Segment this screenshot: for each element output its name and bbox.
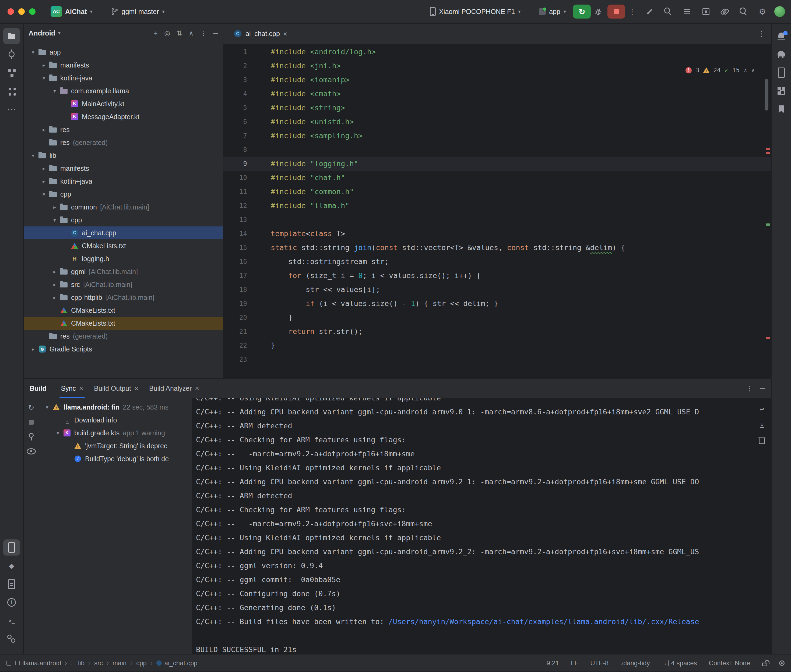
chevron-down-icon[interactable] bbox=[29, 49, 38, 55]
code-line[interactable]: 7#include <sampling.h> bbox=[223, 129, 771, 143]
encoding-indicator[interactable]: UTF-8 bbox=[590, 659, 608, 667]
tree-item[interactable]: manifests bbox=[24, 162, 223, 175]
line-number[interactable]: 22 bbox=[223, 339, 269, 352]
project-widget[interactable]: AC AiChat ▾ bbox=[47, 4, 96, 19]
line-number[interactable]: 16 bbox=[223, 254, 269, 269]
tree-item[interactable]: Gradle Scripts bbox=[24, 342, 223, 355]
code-line[interactable]: 19 if (i < values.size() - 1) { str << d… bbox=[223, 297, 771, 310]
code-text[interactable] bbox=[269, 352, 271, 366]
tree-item[interactable]: CMakeLists.txt bbox=[24, 304, 223, 317]
breadcrumb-item[interactable]: main bbox=[112, 659, 127, 667]
layout-inspector-button[interactable] bbox=[773, 83, 789, 99]
line-number[interactable]: 11 bbox=[223, 185, 269, 199]
build-console[interactable]: C/C++: -- Using KleidiAI optimized kerne… bbox=[192, 398, 771, 654]
indent-indicator[interactable]: → 4 spaces bbox=[662, 659, 697, 667]
locate-file-icon[interactable]: ◎ bbox=[164, 29, 170, 37]
line-number[interactable]: 8 bbox=[223, 143, 269, 157]
plugins-button[interactable] bbox=[698, 4, 714, 19]
line-number[interactable]: 7 bbox=[223, 129, 269, 143]
settings-button[interactable] bbox=[755, 4, 770, 19]
project-view-title[interactable]: Android bbox=[29, 29, 55, 37]
chevron-right-icon[interactable] bbox=[39, 165, 48, 171]
code-line[interactable]: 11#include "common.h" bbox=[223, 185, 771, 199]
line-number[interactable]: 2 bbox=[223, 59, 269, 73]
expand-all-icon[interactable]: ⇅ bbox=[176, 29, 182, 37]
chevron-right-icon[interactable] bbox=[39, 62, 48, 68]
search-everywhere-button[interactable] bbox=[736, 4, 751, 19]
code-line[interactable]: 8 bbox=[223, 143, 771, 157]
code-text[interactable]: #include "common.h" bbox=[269, 185, 354, 199]
chevron-right-icon[interactable] bbox=[50, 269, 59, 275]
minimize-window-button[interactable] bbox=[18, 8, 25, 15]
logcat-button[interactable] bbox=[3, 576, 20, 592]
tree-item[interactable]: manifests bbox=[24, 59, 223, 72]
code-line[interactable]: 13 bbox=[223, 213, 771, 227]
code-text[interactable]: #include <cmath> bbox=[269, 87, 341, 101]
code-line[interactable]: 20 } bbox=[223, 310, 771, 325]
close-icon[interactable]: × bbox=[79, 385, 83, 392]
build-window-title[interactable]: Build bbox=[30, 384, 47, 392]
breadcrumb-item[interactable]: src bbox=[94, 659, 103, 667]
tree-item[interactable]: src[AiChat.lib.main] bbox=[24, 278, 223, 291]
chevron-right-icon[interactable] bbox=[50, 282, 59, 288]
code-text[interactable]: for (size_t i = 0; i < values.size(); i+… bbox=[269, 269, 481, 283]
collapse-all-icon[interactable]: ∧ bbox=[189, 29, 194, 37]
code-line[interactable]: 16 std::ostringstream str; bbox=[223, 254, 771, 269]
project-folder-button[interactable] bbox=[3, 28, 20, 44]
notifications-button[interactable] bbox=[773, 28, 789, 44]
code-line[interactable]: 15static std::string join(const std::vec… bbox=[223, 241, 771, 254]
line-number[interactable]: 10 bbox=[223, 171, 269, 185]
code-line[interactable]: 14template<class T> bbox=[223, 227, 771, 241]
code-text[interactable]: std::ostringstream str; bbox=[269, 254, 389, 269]
context-indicator[interactable]: Context: None bbox=[709, 659, 750, 667]
chevron-right-icon[interactable] bbox=[50, 204, 59, 210]
line-number[interactable]: 12 bbox=[223, 199, 269, 213]
code-text[interactable]: #include <jni.h> bbox=[269, 59, 341, 73]
editor-options-icon[interactable]: ⋮ bbox=[757, 29, 765, 38]
stop-button[interactable] bbox=[607, 5, 625, 19]
code-line[interactable]: 10#include "chat.h" bbox=[223, 171, 771, 185]
line-number[interactable]: 15 bbox=[223, 241, 269, 254]
code-line[interactable]: 17 for (size_t i = 0; i < values.size();… bbox=[223, 269, 771, 283]
line-number[interactable]: 3 bbox=[223, 73, 269, 87]
code-line[interactable]: 23 bbox=[223, 352, 771, 366]
clang-tidy-indicator[interactable]: .clang-tidy bbox=[620, 659, 650, 667]
device-mirroring-button[interactable] bbox=[642, 4, 657, 19]
gradle-button[interactable] bbox=[773, 46, 789, 62]
next-problem-icon[interactable]: ∨ bbox=[751, 67, 754, 73]
soft-wrap-icon[interactable] bbox=[757, 404, 767, 414]
tree-item[interactable]: MainActivity.kt bbox=[24, 98, 223, 110]
line-number[interactable]: 19 bbox=[223, 297, 269, 310]
console-link[interactable]: /Users/hanyin/Workspace/ai-chat/examples… bbox=[388, 618, 699, 626]
tree-item[interactable]: res(generated) bbox=[24, 330, 223, 342]
unlock-icon[interactable] bbox=[762, 662, 767, 666]
build-tab-build-analyzer[interactable]: Build Analyzer× bbox=[144, 379, 205, 398]
more-button[interactable] bbox=[3, 101, 20, 117]
resync-icon[interactable] bbox=[26, 403, 36, 413]
run-configuration-selector[interactable]: app ▾ bbox=[536, 6, 569, 18]
stop-sync-icon[interactable] bbox=[26, 418, 36, 427]
build-tab-sync[interactable]: Sync× bbox=[56, 379, 89, 398]
breadcrumb-item[interactable]: llama.android bbox=[15, 659, 61, 667]
build-tab-build-output[interactable]: Build Output× bbox=[88, 379, 144, 398]
close-icon[interactable]: × bbox=[134, 385, 138, 392]
tree-item[interactable]: cpp bbox=[24, 213, 223, 226]
line-number[interactable]: 21 bbox=[223, 325, 269, 339]
find-action-button[interactable] bbox=[661, 4, 676, 19]
caret-position[interactable]: 9:21 bbox=[546, 659, 559, 667]
pin-icon[interactable] bbox=[26, 432, 36, 442]
code-text[interactable]: } bbox=[269, 339, 275, 352]
tree-item[interactable]: CMakeLists.txt bbox=[24, 239, 223, 252]
resource-manager-button[interactable] bbox=[3, 558, 20, 574]
code-text[interactable]: #include <android/log.h> bbox=[269, 45, 376, 59]
tree-item[interactable]: Download info bbox=[39, 414, 192, 427]
rerun-button[interactable]: ↻ bbox=[573, 5, 591, 19]
code-line[interactable]: 4#include <cmath> bbox=[223, 87, 771, 101]
tree-item[interactable]: cpp-httplib[AiChat.lib.main] bbox=[24, 291, 223, 304]
line-number[interactable]: 18 bbox=[223, 283, 269, 297]
code-text[interactable]: #include <iomanip> bbox=[269, 73, 350, 87]
line-number[interactable]: 5 bbox=[223, 101, 269, 115]
profile-avatar[interactable] bbox=[774, 6, 785, 17]
code-text[interactable]: } bbox=[269, 310, 292, 325]
close-window-button[interactable] bbox=[8, 8, 14, 15]
